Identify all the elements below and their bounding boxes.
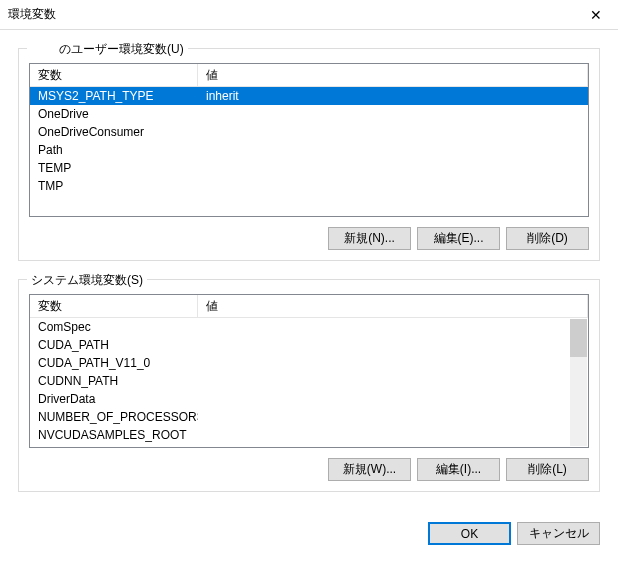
user-env-legend: のユーザー環境変数(U) (27, 41, 188, 58)
system-edit-button[interactable]: 編集(I)... (417, 458, 500, 481)
scrollbar[interactable] (570, 319, 587, 446)
dialog-content: のユーザー環境変数(U) 変数 値 MSYS2_PATH_TYPEinherit… (0, 30, 618, 522)
table-row[interactable]: DriverData (30, 390, 588, 408)
table-row[interactable]: CUDA_PATH (30, 336, 588, 354)
listview-header: 変数 値 (30, 295, 588, 318)
column-header-name[interactable]: 変数 (30, 64, 198, 86)
column-header-value[interactable]: 値 (198, 295, 588, 317)
cell-value (198, 326, 588, 328)
column-header-value[interactable]: 値 (198, 64, 588, 86)
table-row[interactable]: OneDriveConsumer (30, 123, 588, 141)
cell-value (198, 185, 588, 187)
cell-value (198, 113, 588, 115)
cell-name: ComSpec (30, 319, 198, 335)
table-row[interactable]: NUMBER_OF_PROCESSORS (30, 408, 588, 426)
system-new-button[interactable]: 新規(W)... (328, 458, 411, 481)
cell-name: TEMP (30, 160, 198, 176)
titlebar: 環境変数 ✕ (0, 0, 618, 30)
cell-value (198, 131, 588, 133)
cell-value: inherit (198, 88, 588, 104)
close-icon: ✕ (590, 7, 602, 23)
user-env-listview[interactable]: 変数 値 MSYS2_PATH_TYPEinheritOneDriveOneDr… (29, 63, 589, 217)
column-header-name[interactable]: 変数 (30, 295, 198, 317)
dialog-footer: OK キャンセル (0, 522, 618, 559)
table-row[interactable]: TMP (30, 177, 588, 195)
system-env-group: システム環境変数(S) 変数 値 ComSpecCUDA_PATHCUDA_PA… (18, 279, 600, 492)
window-title: 環境変数 (8, 6, 56, 23)
cell-name: CUDNN_PATH (30, 373, 198, 389)
cell-value (198, 167, 588, 169)
cell-name: Path (30, 142, 198, 158)
table-row[interactable]: CUDNN_PATH (30, 372, 588, 390)
cell-value (198, 149, 588, 151)
cell-value (198, 398, 588, 400)
user-env-group: のユーザー環境変数(U) 変数 値 MSYS2_PATH_TYPEinherit… (18, 48, 600, 261)
cell-value (198, 416, 588, 418)
ok-button[interactable]: OK (428, 522, 511, 545)
table-row[interactable]: NVCUDASAMPLES_ROOT (30, 426, 588, 444)
table-row[interactable]: ComSpec (30, 318, 588, 336)
listview-body: ComSpecCUDA_PATHCUDA_PATH_V11_0CUDNN_PAT… (30, 318, 588, 444)
cell-name: OneDriveConsumer (30, 124, 198, 140)
table-row[interactable]: Path (30, 141, 588, 159)
cell-value (198, 362, 588, 364)
listview-body: MSYS2_PATH_TYPEinheritOneDriveOneDriveCo… (30, 87, 588, 195)
table-row[interactable]: TEMP (30, 159, 588, 177)
table-row[interactable]: OneDrive (30, 105, 588, 123)
cell-name: OneDrive (30, 106, 198, 122)
user-button-row: 新規(N)... 編集(E)... 削除(D) (29, 227, 589, 250)
cell-name: NVCUDASAMPLES_ROOT (30, 427, 198, 443)
table-row[interactable]: MSYS2_PATH_TYPEinherit (30, 87, 588, 105)
user-new-button[interactable]: 新規(N)... (328, 227, 411, 250)
cell-name: MSYS2_PATH_TYPE (30, 88, 198, 104)
user-edit-button[interactable]: 編集(E)... (417, 227, 500, 250)
cancel-button[interactable]: キャンセル (517, 522, 600, 545)
cell-value (198, 434, 588, 436)
close-button[interactable]: ✕ (573, 0, 618, 30)
cell-name: DriverData (30, 391, 198, 407)
cell-name: NUMBER_OF_PROCESSORS (30, 409, 198, 425)
cell-value (198, 380, 588, 382)
user-delete-button[interactable]: 削除(D) (506, 227, 589, 250)
cell-name: TMP (30, 178, 198, 194)
system-button-row: 新規(W)... 編集(I)... 削除(L) (29, 458, 589, 481)
cell-value (198, 344, 588, 346)
cell-name: CUDA_PATH_V11_0 (30, 355, 198, 371)
system-delete-button[interactable]: 削除(L) (506, 458, 589, 481)
table-row[interactable]: CUDA_PATH_V11_0 (30, 354, 588, 372)
scrollbar-thumb[interactable] (570, 319, 587, 357)
system-env-listview[interactable]: 変数 値 ComSpecCUDA_PATHCUDA_PATH_V11_0CUDN… (29, 294, 589, 448)
system-env-legend: システム環境変数(S) (27, 272, 147, 289)
listview-header: 変数 値 (30, 64, 588, 87)
cell-name: CUDA_PATH (30, 337, 198, 353)
